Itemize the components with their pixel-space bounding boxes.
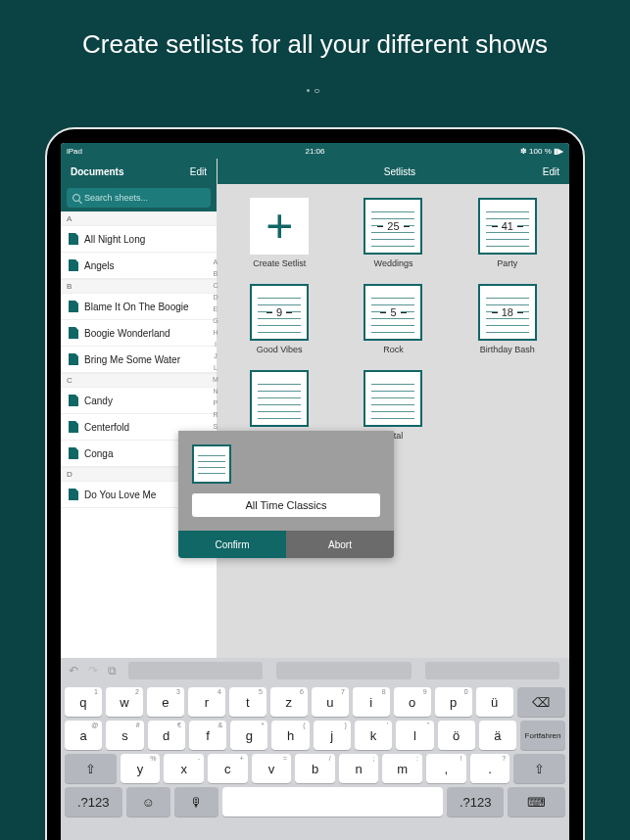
file-icon <box>69 259 78 271</box>
abort-button[interactable]: Abort <box>286 531 394 558</box>
space-key[interactable] <box>222 787 443 817</box>
key-q[interactable]: 1q <box>65 687 102 717</box>
key-ü[interactable]: ü <box>476 687 513 717</box>
index-letter[interactable]: N <box>213 386 218 397</box>
document-label: Centerfold <box>84 422 129 433</box>
index-letter[interactable]: P <box>213 397 218 409</box>
key-y[interactable]: %y <box>121 754 161 783</box>
key-d[interactable]: €d <box>148 721 185 750</box>
search-input[interactable]: Search sheets... <box>67 188 211 208</box>
index-letter[interactable]: H <box>213 327 218 339</box>
section-header: B <box>61 279 217 294</box>
setlist-item[interactable]: 41Party <box>456 198 559 268</box>
key-u[interactable]: 7u <box>312 687 349 717</box>
key-s[interactable]: #s <box>106 721 143 750</box>
setlist-card: 5 <box>363 284 422 341</box>
key-h[interactable]: (h <box>271 721 309 750</box>
key-x[interactable]: -x <box>164 754 204 783</box>
main-edit-button[interactable]: Edit <box>543 166 559 177</box>
index-letter[interactable]: M <box>213 374 218 386</box>
setlist-item[interactable]: 9Good Vibes <box>227 284 331 354</box>
key-,[interactable]: !, <box>426 754 466 783</box>
index-letter[interactable]: R <box>213 409 218 421</box>
search-icon <box>73 194 80 202</box>
shift-key-right[interactable]: ⇧ <box>513 754 565 783</box>
key-e[interactable]: 3e <box>147 687 184 717</box>
index-letter[interactable]: I <box>213 339 218 350</box>
key-ä[interactable]: ä <box>479 721 516 750</box>
key-z[interactable]: 6z <box>270 687 308 717</box>
index-letter[interactable]: G <box>213 315 218 327</box>
key-j[interactable]: )j <box>314 721 351 750</box>
redo-icon[interactable]: ↷ <box>88 664 98 677</box>
setlist-preview-icon <box>192 444 231 484</box>
document-item[interactable]: Angels <box>61 253 217 279</box>
index-letter[interactable]: E <box>213 303 218 315</box>
setlist-item[interactable]: 25Weddings <box>341 198 445 268</box>
file-icon <box>69 421 78 433</box>
setlist-count: 25 <box>383 220 403 232</box>
setlist-count: 41 <box>498 220 517 232</box>
index-letter[interactable]: L <box>213 362 218 374</box>
key-.[interactable]: ?. <box>470 754 510 783</box>
clipboard-icon[interactable]: ⧉ <box>108 664 117 677</box>
key-i[interactable]: 8i <box>353 687 390 717</box>
setlist-item[interactable]: 5Rock <box>341 284 445 354</box>
key-l[interactable]: "l <box>396 721 433 750</box>
setlist-card <box>363 370 422 427</box>
main-header: Setlists Edit <box>218 159 569 184</box>
key-w[interactable]: 2w <box>106 687 143 717</box>
setlist-card: 9 <box>250 284 309 341</box>
screen: iPad 21:06 ✽ 100 % ▮▶ Documents Edit Sea… <box>61 143 569 840</box>
setlist-label: Rock <box>383 345 404 354</box>
suggestion-2[interactable] <box>276 662 411 679</box>
suggestion-3[interactable] <box>425 662 559 679</box>
shift-key[interactable]: ⇧ <box>65 754 117 783</box>
emoji-key[interactable]: ☺ <box>126 787 170 817</box>
key-t[interactable]: 5t <box>229 687 267 717</box>
key-r[interactable]: 4r <box>188 687 225 717</box>
index-letter[interactable]: B <box>213 268 218 280</box>
key-ö[interactable]: ö <box>438 721 475 750</box>
key-a[interactable]: @a <box>65 721 102 750</box>
backspace-key[interactable]: ⌫ <box>517 687 565 717</box>
keyboard[interactable]: ↶ ↷ ⧉ 1q2w3e4r5t6z7u8i9o0pü⌫ @a#s€d&f*g(… <box>61 658 569 840</box>
index-letter[interactable]: A <box>213 257 218 268</box>
suggestion-1[interactable] <box>128 662 263 679</box>
alpha-index[interactable]: ABCDEGHIJLMNPRSV <box>213 257 218 444</box>
fortfahren-key[interactable]: Fortfahren <box>520 721 565 750</box>
setlist-label: Birthday Bash <box>480 345 535 354</box>
document-label: Candy <box>84 396 113 406</box>
index-letter[interactable]: D <box>213 292 218 303</box>
document-item[interactable]: Blame It On The Boogie <box>61 294 217 320</box>
key-p[interactable]: 0p <box>435 687 472 717</box>
symbols-key[interactable]: .?123 <box>65 787 122 817</box>
dictation-key[interactable]: 🎙 <box>174 787 218 817</box>
key-g[interactable]: *g <box>230 721 267 750</box>
hide-keyboard-key[interactable]: ⌨ <box>508 787 565 817</box>
key-k[interactable]: 'k <box>355 721 392 750</box>
setlist-name-input[interactable] <box>192 493 380 517</box>
document-label: Bring Me Some Water <box>84 354 180 365</box>
key-v[interactable]: =v <box>252 754 292 783</box>
document-item[interactable]: Candy <box>61 388 217 414</box>
key-f[interactable]: &f <box>189 721 226 750</box>
index-letter[interactable]: C <box>213 280 218 292</box>
document-item[interactable]: Boogie Wonderland <box>61 320 217 347</box>
key-b[interactable]: /b <box>295 754 335 783</box>
symbols-key-right[interactable]: .?123 <box>447 787 505 817</box>
setlist-item[interactable]: 18Birthday Bash <box>456 284 559 354</box>
sidebar-edit-button[interactable]: Edit <box>190 166 207 177</box>
create-setlist-button[interactable]: +Create Setlist <box>227 198 331 268</box>
key-c[interactable]: +c <box>208 754 248 783</box>
key-m[interactable]: :m <box>382 754 422 783</box>
search-container: Search sheets... <box>61 184 217 211</box>
key-n[interactable]: ;n <box>339 754 379 783</box>
document-item[interactable]: All Night Long <box>61 226 217 253</box>
document-item[interactable]: Bring Me Some Water <box>61 347 217 373</box>
confirm-button[interactable]: Confirm <box>178 531 286 558</box>
plus-icon: + <box>250 198 309 255</box>
index-letter[interactable]: J <box>213 350 218 362</box>
key-o[interactable]: 9o <box>394 687 431 717</box>
undo-icon[interactable]: ↶ <box>69 664 78 677</box>
